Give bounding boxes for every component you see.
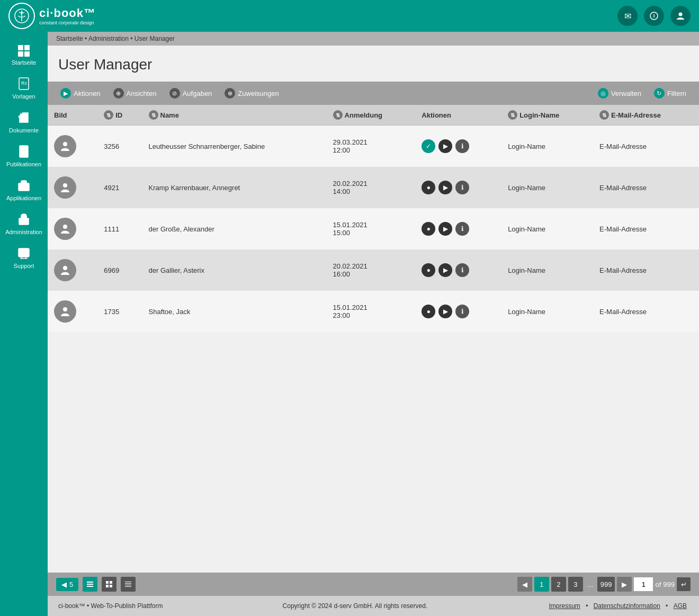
email-icon-button[interactable]: ✉ — [617, 6, 638, 26]
per-page-button[interactable]: ◀ 5 — [56, 578, 78, 591]
cell-login: Login-Name — [501, 167, 593, 208]
action-play-button[interactable]: ▶ — [438, 222, 452, 236]
action-play-button[interactable]: ▶ — [438, 305, 452, 318]
cell-email: E-Mail-Adresse — [593, 126, 699, 167]
verwalten-button[interactable]: ◎ Verwalten — [594, 86, 646, 101]
action-check-button[interactable]: ● — [422, 181, 435, 194]
view-compact-button[interactable] — [121, 577, 136, 592]
header: ci·book™ constant corporate design ✉ — [0, 0, 699, 32]
svg-rect-34 — [87, 586, 93, 587]
col-bild: Bild — [48, 105, 97, 126]
cell-name: Shaftoe, Jack — [142, 291, 327, 332]
page-title: User Manager — [58, 56, 688, 73]
table-row: 6969 der Gallier, Asterix 20.02.202116:0… — [48, 249, 699, 291]
footer-link-impressum[interactable]: Impressum — [549, 602, 580, 610]
pagination-last-page[interactable]: 999 — [597, 577, 615, 592]
footer-link-datenschutz[interactable]: Datenschutzinformation — [594, 602, 660, 610]
action-check-button[interactable]: ✓ — [422, 139, 435, 153]
chevron-left-icon: ◀ — [61, 581, 67, 588]
sidebar-item-administration[interactable]: Administration — [0, 207, 48, 240]
action-check-button[interactable]: ● — [422, 263, 435, 277]
sort-name-icon[interactable]: ⇅ — [149, 110, 158, 120]
sort-login-icon[interactable]: ⇅ — [508, 110, 517, 120]
sidebar-item-vorlagen[interactable]: Rx Vorlagen — [0, 71, 48, 105]
ansichten-button[interactable]: ⊕ Ansichten — [109, 86, 161, 101]
svg-point-31 — [63, 307, 67, 311]
cell-bild — [48, 167, 97, 208]
sidebar-item-label-administration: Administration — [5, 229, 42, 235]
table-row: 1735 Shaftoe, Jack 15.01.202123:00 ● ▶ ℹ… — [48, 291, 699, 332]
pagination-page-2[interactable]: 2 — [551, 577, 566, 592]
action-info-button[interactable]: ℹ — [455, 181, 469, 194]
col-name: ⇅ Name — [142, 105, 327, 126]
go-to-page-button[interactable]: ↵ — [677, 577, 691, 591]
svg-rect-20 — [23, 222, 24, 224]
sidebar-item-applikationen[interactable]: Applikationen — [0, 173, 48, 207]
avatar — [54, 176, 76, 199]
svg-rect-35 — [106, 581, 109, 584]
svg-point-27 — [63, 142, 67, 146]
cell-id: 1735 — [97, 291, 142, 332]
avatar — [54, 300, 76, 323]
sidebar-item-label-startseite: Startseite — [12, 59, 36, 66]
action-check-button[interactable]: ● — [422, 222, 435, 236]
footer-link-agb[interactable]: AGB — [674, 602, 687, 610]
svg-rect-38 — [110, 585, 112, 587]
view-grid-button[interactable] — [102, 577, 116, 592]
sidebar-item-publikationen[interactable]: Publikationen — [0, 139, 48, 173]
cell-name: Leutheusser Schnarrenberger, Sabine — [142, 126, 327, 167]
svg-rect-5 — [18, 45, 23, 50]
avatar — [54, 218, 76, 240]
logo-icon — [8, 3, 35, 29]
sort-email-icon[interactable]: ⇅ — [599, 110, 609, 120]
action-play-button[interactable]: ▶ — [438, 181, 452, 194]
compass-icon-button[interactable] — [644, 6, 664, 26]
zuweisungen-button[interactable]: ⊕ Zuweisungen — [220, 86, 283, 101]
pagination-page-3[interactable]: 3 — [568, 577, 583, 592]
svg-rect-42 — [125, 586, 131, 587]
cell-email: E-Mail-Adresse — [593, 249, 699, 291]
filtern-button[interactable]: ↻ Filtern — [650, 86, 691, 101]
sidebar-item-startseite[interactable]: Startseite — [0, 37, 48, 71]
logo-text: ci·book™ — [39, 6, 96, 20]
svg-rect-24 — [24, 251, 27, 252]
cell-aktionen: ● ▶ ℹ — [415, 249, 501, 291]
sidebar-item-label-publikationen: Publikationen — [6, 161, 41, 167]
aufgaben-button[interactable]: ⊘ Aufgaben — [165, 86, 217, 101]
svg-rect-37 — [106, 585, 109, 587]
sort-id-icon[interactable]: ⇅ — [104, 110, 113, 120]
svg-point-19 — [23, 220, 25, 223]
cell-bild — [48, 291, 97, 332]
sidebar-item-dokumente[interactable]: </> Dokumente — [0, 105, 48, 139]
view-list-button[interactable] — [83, 577, 97, 592]
svg-point-4 — [679, 13, 683, 16]
sidebar: Startseite Rx Vorlagen </> Dokumente — [0, 32, 48, 616]
aktionen-button[interactable]: ▶ Aktionen — [56, 86, 105, 101]
user-table: Bild ⇅ ID ⇅ Name — [48, 105, 699, 332]
action-info-button[interactable]: ℹ — [455, 222, 469, 236]
sort-anmeldung-icon[interactable]: ⇅ — [333, 110, 343, 120]
pagination-prev-button[interactable]: ◀ — [517, 577, 532, 592]
cell-anmeldung: 15.01.202115:00 — [327, 208, 416, 249]
breadcrumb: Startseite • Administration • User Manag… — [48, 32, 699, 46]
sidebar-item-support[interactable]: Support — [0, 240, 48, 274]
cell-anmeldung: 20.02.202116:00 — [327, 249, 416, 291]
cell-id: 1111 — [97, 208, 142, 249]
cell-bild — [48, 126, 97, 167]
action-play-button[interactable]: ▶ — [438, 139, 452, 153]
cell-email: E-Mail-Adresse — [593, 167, 699, 208]
svg-rect-25 — [24, 252, 26, 253]
svg-rect-32 — [87, 582, 93, 583]
sidebar-item-label-dokumente: Dokumente — [9, 127, 39, 133]
aktionen-icon: ▶ — [60, 88, 71, 99]
action-info-button[interactable]: ℹ — [455, 263, 469, 277]
action-info-button[interactable]: ℹ — [455, 139, 469, 153]
go-to-page-input[interactable] — [634, 577, 653, 591]
action-play-button[interactable]: ▶ — [438, 263, 452, 277]
action-info-button[interactable]: ℹ — [455, 305, 469, 318]
pagination-next-button[interactable]: ▶ — [617, 577, 632, 592]
pagination-page-1[interactable]: 1 — [534, 577, 549, 592]
action-check-button[interactable]: ● — [422, 305, 435, 318]
logo: ci·book™ constant corporate design — [8, 3, 96, 29]
user-icon-button[interactable] — [670, 6, 691, 26]
